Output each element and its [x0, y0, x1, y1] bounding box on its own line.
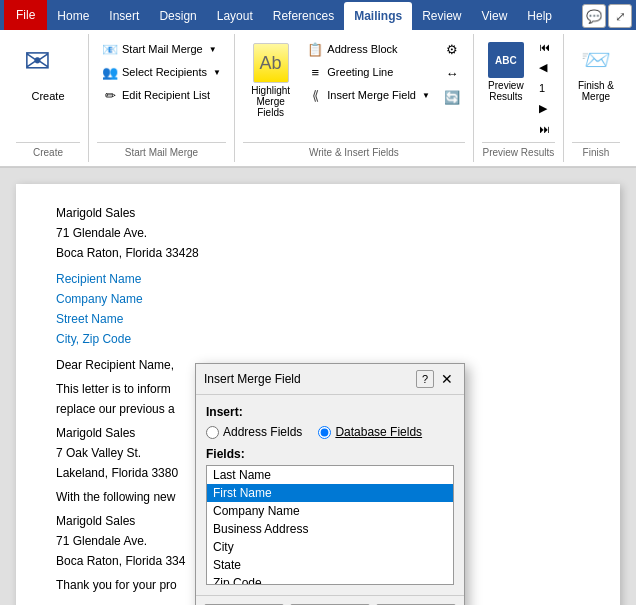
- tab-file[interactable]: File: [4, 0, 47, 30]
- highlight-label: HighlightMerge Fields: [251, 85, 290, 118]
- recipient-field: Recipient Name: [56, 272, 141, 286]
- address-block-icon: 📋: [307, 41, 323, 57]
- dialog-close-button[interactable]: ✕: [438, 370, 456, 388]
- merge-company: Company Name: [56, 290, 580, 308]
- start-mail-merge-button[interactable]: 📧 Start Mail Merge ▼: [97, 38, 226, 60]
- create-label: Create: [31, 90, 64, 102]
- preview-results-button[interactable]: ABC PreviewResults: [482, 38, 530, 106]
- field-state[interactable]: State: [207, 556, 453, 574]
- greeting-line-label: Greeting Line: [327, 66, 393, 78]
- sender-line3: Boca Raton, Florida 33428: [56, 244, 580, 262]
- insert-radio-group: Address Fields Database Fields: [206, 425, 454, 439]
- rules-button[interactable]: ⚙: [439, 38, 465, 60]
- recipients-icon: 👥: [102, 64, 118, 80]
- tab-layout[interactable]: Layout: [207, 2, 263, 30]
- match-fields-button[interactable]: ↔: [439, 62, 465, 84]
- tab-view[interactable]: View: [472, 2, 518, 30]
- edit-list-icon: ✏: [102, 87, 118, 103]
- edit-recipient-label: Edit Recipient List: [122, 89, 210, 101]
- start-merge-arrow: ▼: [209, 45, 217, 54]
- group-start-mail-merge: 📧 Start Mail Merge ▼ 👥 Select Recipients…: [89, 34, 235, 162]
- field-company-name[interactable]: Company Name: [207, 502, 453, 520]
- insert-merge-icon: ⟪: [307, 87, 323, 103]
- ribbon: File Home Insert Design Layout Reference…: [0, 0, 636, 168]
- group-preview: ABC PreviewResults ⏮ ◀ 1 ▶ ⏭ Preview Res…: [474, 34, 564, 162]
- tab-home[interactable]: Home: [47, 2, 99, 30]
- dialog-help-button[interactable]: ?: [416, 370, 434, 388]
- field-city[interactable]: City: [207, 538, 453, 556]
- start-mail-merge-label: Start Mail Merge: [122, 43, 203, 55]
- preview-label: PreviewResults: [488, 80, 524, 102]
- radio-database-fields[interactable]: Database Fields: [318, 425, 422, 439]
- field-business-address[interactable]: Business Address: [207, 520, 453, 538]
- update-icon: 🔄: [444, 89, 460, 105]
- insert-merge-field-button[interactable]: ⟪ Insert Merge Field ▼: [302, 84, 435, 106]
- finish-label: Finish &Merge: [578, 80, 614, 102]
- preview-icon: ABC: [488, 42, 524, 78]
- street-field: Street Name: [56, 312, 123, 326]
- rules-icon: ⚙: [444, 41, 460, 57]
- radio-database-label: Database Fields: [335, 425, 422, 439]
- group-create: ✉ Create Create: [8, 34, 89, 162]
- insert-section-label: Insert:: [206, 405, 454, 419]
- radio-address-fields[interactable]: Address Fields: [206, 425, 302, 439]
- tab-mailings[interactable]: Mailings: [344, 2, 412, 30]
- address-block-label: Address Block: [327, 43, 397, 55]
- ribbon-tab-bar: File Home Insert Design Layout Reference…: [0, 0, 636, 30]
- merge-recipient: Recipient Name: [56, 270, 580, 288]
- group-write-label: Write & Insert Fields: [243, 142, 465, 158]
- finish-icon: 📨: [578, 42, 614, 78]
- update-labels-button[interactable]: 🔄: [439, 86, 465, 108]
- group-write-insert: Ab HighlightMerge Fields 📋 Address Block…: [235, 34, 474, 162]
- group-finish: 📨 Finish &Merge Finish: [564, 34, 628, 162]
- comment-icon[interactable]: 💬: [582, 4, 606, 28]
- dialog-titlebar: Insert Merge Field ? ✕: [196, 364, 464, 395]
- insert-merge-field-label: Insert Merge Field: [327, 89, 416, 101]
- mail-merge-icon: 📧: [102, 41, 118, 57]
- field-first-name[interactable]: First Name: [207, 484, 453, 502]
- company-field: Company Name: [56, 292, 143, 306]
- group-preview-label: Preview Results: [482, 142, 555, 158]
- envelope-icon: ✉: [24, 42, 72, 90]
- match-icon: ↔: [444, 65, 460, 81]
- sender-line1: Marigold Sales: [56, 204, 580, 222]
- nav-next-button[interactable]: ▶: [534, 99, 555, 118]
- restore-icon[interactable]: ⤢: [608, 4, 632, 28]
- tab-design[interactable]: Design: [149, 2, 206, 30]
- nav-first-button[interactable]: ⏮: [534, 38, 555, 56]
- tab-insert[interactable]: Insert: [99, 2, 149, 30]
- fields-list[interactable]: Last Name First Name Company Name Busine…: [206, 465, 454, 585]
- insert-merge-field-dialog: Insert Merge Field ? ✕ Insert: Address F…: [195, 363, 465, 605]
- tab-help[interactable]: Help: [517, 2, 562, 30]
- recipients-arrow: ▼: [213, 68, 221, 77]
- merge-city-zip: City, Zip Code: [56, 330, 580, 348]
- nav-last-button[interactable]: ⏭: [534, 120, 555, 138]
- address-block-button[interactable]: 📋 Address Block: [302, 38, 435, 60]
- select-recipients-label: Select Recipients: [122, 66, 207, 78]
- radio-address-label: Address Fields: [223, 425, 302, 439]
- group-create-label: Create: [16, 142, 80, 158]
- edit-recipient-list-button[interactable]: ✏ Edit Recipient List: [97, 84, 226, 106]
- group-finish-label: Finish: [572, 142, 620, 158]
- greeting-line-icon: ≡: [307, 64, 323, 80]
- group-start-label: Start Mail Merge: [97, 142, 226, 158]
- greeting-line-button[interactable]: ≡ Greeting Line: [302, 61, 435, 83]
- tab-references[interactable]: References: [263, 2, 344, 30]
- dialog-title: Insert Merge Field: [204, 372, 416, 386]
- field-zip-code[interactable]: Zip Code: [207, 574, 453, 585]
- create-button[interactable]: ✉ Create: [16, 38, 80, 106]
- field-last-name[interactable]: Last Name: [207, 466, 453, 484]
- select-recipients-button[interactable]: 👥 Select Recipients ▼: [97, 61, 226, 83]
- nav-record: 1: [534, 79, 555, 97]
- fields-section-label: Fields:: [206, 447, 454, 461]
- highlight-merge-fields-button[interactable]: Ab HighlightMerge Fields: [243, 38, 298, 123]
- merge-street: Street Name: [56, 310, 580, 328]
- city-zip-field: City, Zip Code: [56, 332, 131, 346]
- dialog-body: Insert: Address Fields Database Fields F…: [196, 395, 464, 595]
- insert-merge-arrow: ▼: [422, 91, 430, 100]
- tab-review[interactable]: Review: [412, 2, 471, 30]
- nav-prev-button[interactable]: ◀: [534, 58, 555, 77]
- finish-merge-button[interactable]: 📨 Finish &Merge: [572, 38, 620, 106]
- sender-line2: 71 Glendale Ave.: [56, 224, 580, 242]
- document-area: Marigold Sales 71 Glendale Ave. Boca Rat…: [0, 168, 636, 605]
